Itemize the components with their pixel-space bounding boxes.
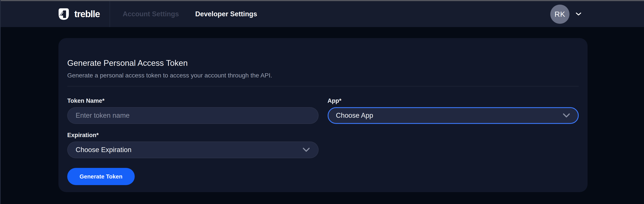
treblle-shield-icon xyxy=(57,7,71,21)
token-name-field-group: Token Name* xyxy=(67,97,318,124)
generate-token-button[interactable]: Generate Token xyxy=(67,168,135,185)
user-menu: RK xyxy=(550,5,644,24)
app-label: App* xyxy=(328,97,579,104)
card-divider xyxy=(67,86,579,87)
app-select-chevron-down-icon xyxy=(562,113,570,118)
tab-account-settings[interactable]: Account Settings xyxy=(123,1,179,27)
avatar[interactable]: RK xyxy=(550,5,570,24)
app-select[interactable]: Choose App xyxy=(328,107,579,124)
window-edge xyxy=(0,0,1,204)
expiration-select-value: Choose Expiration xyxy=(76,146,132,154)
generate-token-card: Generate Personal Access Token Generate … xyxy=(58,38,588,192)
expiration-field-group: Expiration* Choose Expiration xyxy=(67,131,318,158)
settings-tabs: Account Settings Developer Settings xyxy=(123,1,257,27)
brand-logo-link[interactable]: treblle xyxy=(57,7,100,21)
navbar: treblle Account Settings Developer Setti… xyxy=(0,1,644,27)
app-select-value: Choose App xyxy=(336,111,373,119)
card-subtitle: Generate a personal access token to acce… xyxy=(67,72,579,80)
token-name-label: Token Name* xyxy=(67,97,318,104)
tab-developer-settings[interactable]: Developer Settings xyxy=(195,1,257,27)
expiration-select[interactable]: Choose Expiration xyxy=(67,141,318,158)
expiration-label: Expiration* xyxy=(67,131,318,139)
token-name-input[interactable] xyxy=(67,107,318,124)
expiration-select-chevron-down-icon xyxy=(302,147,310,152)
main-content: Generate Personal Access Token Generate … xyxy=(0,27,644,192)
user-menu-chevron-down-icon[interactable] xyxy=(576,12,582,16)
card-title: Generate Personal Access Token xyxy=(67,38,579,68)
app-field-group: App* Choose App xyxy=(328,97,579,124)
token-form: Token Name* App* Choose App Expiration* … xyxy=(67,97,579,158)
navbar-divider xyxy=(110,1,110,27)
brand-wordmark: treblle xyxy=(74,9,100,19)
